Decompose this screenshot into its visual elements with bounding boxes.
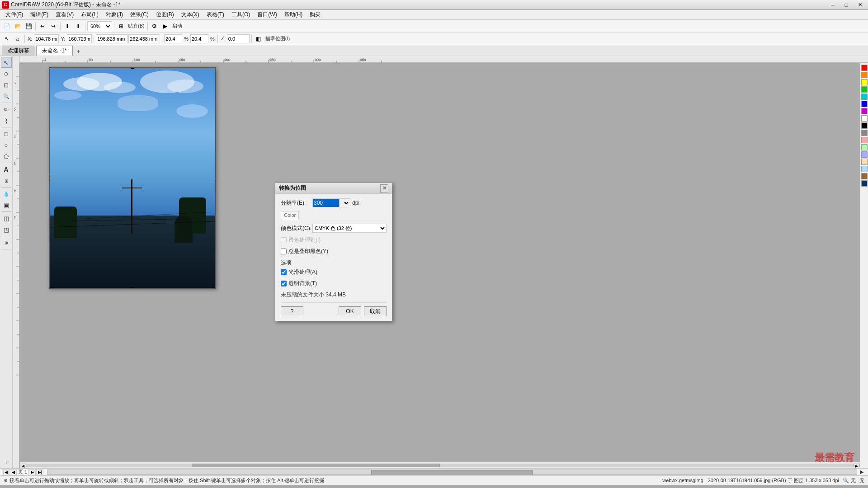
app-icon: C (2, 1, 9, 9)
height-input[interactable] (128, 34, 160, 43)
menu-table[interactable]: 表格(T) (203, 10, 228, 19)
tool-node[interactable]: ⬡ (1, 68, 12, 79)
width-input[interactable] (96, 34, 127, 43)
always-black-checkbox[interactable] (281, 249, 287, 254)
angle-input[interactable] (227, 34, 250, 43)
tool-transparency[interactable]: ◳ (1, 224, 12, 235)
transparent-bg-label: 透明背景(T) (288, 280, 317, 287)
redo-button[interactable]: ↪ (48, 21, 58, 31)
transparent-bg-row: 透明背景(T) (281, 280, 387, 287)
first-page-btn[interactable]: |◀ (2, 469, 9, 475)
x-input[interactable] (34, 34, 59, 43)
tab-document[interactable]: 未命名 -1* (36, 46, 73, 56)
open-button[interactable]: 📂 (13, 21, 23, 31)
search-icon[interactable]: 🔍 (843, 478, 849, 483)
start-button[interactable]: ▶ (160, 21, 170, 31)
tool-color-style[interactable]: ⊕ (1, 237, 12, 248)
percent-label2: % (210, 36, 215, 42)
tool-freehand[interactable]: ✏ (1, 104, 12, 115)
toolbar-separator-3 (85, 22, 85, 30)
resolution-input[interactable] (312, 198, 340, 207)
dialog-close-button[interactable]: ✕ (380, 184, 388, 192)
trace-label: 描摹位图(I) (265, 35, 290, 42)
tool-zoom[interactable]: 🔍 (1, 91, 12, 102)
trace-bitmap-btn[interactable]: ◧ (254, 34, 264, 44)
scale-v-input[interactable] (190, 34, 208, 43)
close-button[interactable]: ✕ (854, 1, 866, 9)
zoom-dropdown[interactable]: 60% 100% 50% (87, 21, 112, 31)
cancel-button[interactable]: 取消 (364, 306, 387, 316)
transparent-bg-checkbox[interactable] (281, 281, 287, 286)
minimize-button[interactable]: ─ (826, 1, 839, 9)
menu-layout[interactable]: 布局(L) (77, 10, 102, 19)
next-page-btn[interactable]: ▶ (28, 469, 36, 475)
toolbar-separator-4 (114, 22, 114, 30)
tool-fill[interactable]: ▣ (1, 200, 12, 211)
tool-text[interactable]: A (1, 164, 12, 175)
tool-smart[interactable]: ⌇ (1, 115, 12, 126)
import-button[interactable]: ⬇ (62, 21, 72, 31)
tool-select[interactable]: ↖ (1, 57, 12, 68)
tool-crop[interactable]: ⊡ (1, 80, 12, 90)
file-info-text: webwx.getmsgimg - 2020-08-19T161941.059.… (662, 477, 839, 484)
pick-tool-btn[interactable]: ↖ (2, 34, 12, 44)
dialog-overlay: 转换为位图 ✕ 分辨率(E): ▼ dpi Color (13, 56, 868, 468)
prev-page-btn[interactable]: ◀ (9, 469, 17, 475)
bottom-scroll-thumb[interactable] (371, 470, 533, 474)
help-button[interactable]: ? (281, 306, 303, 316)
dither-checkbox[interactable] (281, 237, 287, 243)
anti-alias-checkbox[interactable] (281, 269, 287, 275)
y-input[interactable] (67, 34, 92, 43)
maximize-button[interactable]: □ (840, 1, 853, 9)
undo-button[interactable]: ↩ (38, 21, 47, 31)
color-section-label: Color (281, 211, 299, 219)
tool-ellipse[interactable]: ○ (1, 140, 12, 150)
tab-welcome[interactable]: 欢迎屏幕 (2, 46, 35, 56)
anti-alias-row: 光滑处理(A) (281, 268, 387, 276)
add-tab-button[interactable]: + (74, 47, 84, 56)
menu-edit[interactable]: 编辑(E) (27, 10, 52, 19)
save-button[interactable]: 💾 (24, 21, 33, 31)
export-button[interactable]: ⬆ (73, 21, 83, 31)
tool-polygon[interactable]: ⬠ (1, 151, 12, 162)
dither-label: 透色处理到(I) (288, 236, 321, 244)
tool-sep-5 (2, 211, 11, 212)
menu-file[interactable]: 文件(F) (2, 10, 27, 19)
snap-button[interactable]: ⊞ (116, 21, 126, 31)
settings-button[interactable]: ⚙ (150, 21, 160, 31)
options-section-label: 选项 (281, 259, 387, 267)
home-btn[interactable]: ⌂ (13, 34, 23, 44)
menu-tools[interactable]: 工具(O) (228, 10, 254, 19)
props-separator-2 (94, 35, 94, 43)
menu-buy[interactable]: 购买 (306, 10, 324, 19)
x-label: X: (28, 36, 32, 42)
toolbar-separator-2 (60, 22, 61, 30)
tool-eyedropper[interactable]: 💧 (1, 188, 12, 199)
menu-object[interactable]: 对象(J) (102, 10, 127, 19)
settings-icon[interactable]: ⚙ (4, 478, 8, 483)
scale-h-input[interactable] (164, 34, 182, 43)
resolution-dropdown[interactable]: ▼ (340, 198, 350, 207)
file-size-text: 未压缩的文件大小 34.4 MB (281, 291, 387, 299)
menu-view[interactable]: 查看(V) (52, 10, 77, 19)
menu-help[interactable]: 帮助(H) (281, 10, 307, 19)
props-separator-1 (24, 35, 25, 43)
tool-table[interactable]: ⊞ (1, 175, 12, 186)
main-area: ↖ ⬡ ⊡ 🔍 ✏ ⌇ □ ○ ⬠ A ⊞ 💧 ▣ ◫ ◳ ⊕ + (0, 56, 868, 468)
color-mode-dropdown[interactable]: CMYK 色 (32 位) RGB 色 (24 位) 灰度 (8 位) (312, 224, 387, 233)
tool-extra[interactable]: + (1, 456, 12, 467)
ok-button[interactable]: OK (339, 306, 361, 316)
always-black-label: 总是叠印黑色(Y) (288, 248, 328, 255)
bottom-scrollbar[interactable] (47, 469, 857, 475)
menu-effects[interactable]: 效果(C) (127, 10, 152, 19)
menu-bitmap[interactable]: 位图(B) (152, 10, 178, 19)
tool-rectangle[interactable]: □ (1, 128, 12, 139)
new-button[interactable]: 📄 (2, 21, 12, 31)
canvas-area[interactable]: -1 50 100 150 200 250 300 350 (13, 56, 868, 468)
menu-window[interactable]: 窗口(W) (254, 10, 280, 19)
color-mode-label: 颜色模式(C): (281, 225, 312, 232)
last-page-btn[interactable]: ▶| (36, 469, 43, 475)
menu-text[interactable]: 文本(X) (178, 10, 203, 19)
tool-shadow[interactable]: ◫ (1, 213, 12, 224)
tool-sep-4 (2, 187, 11, 188)
